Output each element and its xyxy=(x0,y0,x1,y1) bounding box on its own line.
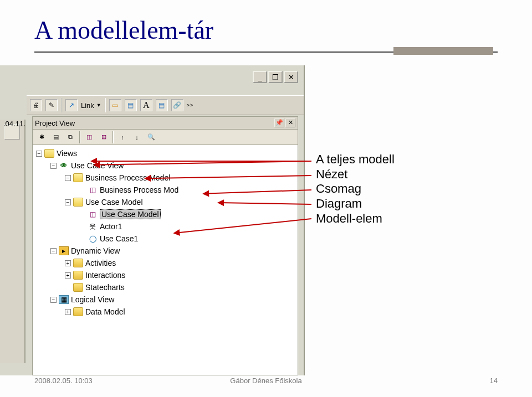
tree-node-activities[interactable]: + Activities xyxy=(33,257,298,269)
diagram-icon[interactable]: ◫ xyxy=(84,132,95,143)
collapse-icon[interactable]: − xyxy=(50,163,57,169)
restore-button[interactable]: ❐ xyxy=(268,71,283,83)
tree-node-bp-diagram[interactable]: ◫ Business Process Mod xyxy=(33,184,298,196)
link-tool-label[interactable]: Link xyxy=(81,101,94,110)
expand-icon[interactable]: + xyxy=(65,309,71,315)
panel-close-icon[interactable]: ✕ xyxy=(285,118,295,127)
main-toolbar: 🖨 ✎ ↗ Link ▼ ▭ ▤ A ▤ 🔗 >> xyxy=(27,95,304,115)
window-controls: _ ❐ ✕ xyxy=(253,71,298,83)
tree-node-uc-diagram[interactable]: ◫ Use Case Model xyxy=(33,208,298,220)
node-label: Interactions xyxy=(85,271,125,280)
project-view-panel: Project View 📌 ✕ ✱ ▤ ⧉ ◫ ⊞ ↑ ↓ 🔍 − Views xyxy=(32,116,298,375)
collapse-icon[interactable]: − xyxy=(65,175,71,181)
tool-icon[interactable]: ✎ xyxy=(45,99,58,111)
annotation-nezet: Nézet xyxy=(316,167,347,182)
collapse-icon[interactable]: − xyxy=(50,297,57,303)
footer-page-number: 14 xyxy=(490,377,498,385)
date-fragment: .04.11. xyxy=(3,120,25,128)
expand-icon[interactable]: + xyxy=(65,272,71,279)
dropdown-icon[interactable]: ▼ xyxy=(96,102,101,108)
actor-icon: 웃 xyxy=(88,222,98,231)
node-label: Activities xyxy=(85,259,116,267)
separator xyxy=(112,131,114,143)
footer-organization: Gábor Dénes Főiskola xyxy=(230,377,301,385)
slide-title: A modellelem-tár xyxy=(0,0,532,45)
separator xyxy=(79,131,80,143)
vertical-toolbar xyxy=(0,120,25,363)
usecase-icon: ◯ xyxy=(88,234,98,243)
tree-node-usecase1[interactable]: ◯ Use Case1 xyxy=(33,233,298,245)
tree-node-views[interactable]: − Views xyxy=(33,147,298,159)
search-icon[interactable]: 🔍 xyxy=(146,132,157,143)
tree-node-statecharts[interactable]: Statecharts xyxy=(33,281,298,293)
doc-icon[interactable]: ▤ xyxy=(156,99,168,111)
folder-open-icon xyxy=(73,198,83,207)
link-icon[interactable]: 🔗 xyxy=(171,99,183,111)
collapse-icon[interactable]: − xyxy=(65,199,71,205)
tree-node-uc-model[interactable]: − Use Case Model xyxy=(33,196,298,208)
annotation-teljes-modell: A teljes modell xyxy=(316,152,395,167)
folder-icon xyxy=(73,271,83,280)
copy-icon[interactable]: ⧉ xyxy=(65,132,76,143)
node-label: Statecharts xyxy=(85,283,125,292)
annotation-modell-elem: Modell-elem xyxy=(316,212,382,226)
collapse-icon[interactable]: − xyxy=(50,248,57,254)
note-icon[interactable]: ▭ xyxy=(109,99,121,111)
text-icon[interactable]: ▤ xyxy=(125,99,137,111)
separator xyxy=(105,98,106,112)
node-label: Data Model xyxy=(85,307,125,316)
diagram-icon: ◫ xyxy=(88,210,98,219)
decorative-bar xyxy=(393,47,493,55)
separator xyxy=(61,98,62,112)
pin-icon[interactable]: 📌 xyxy=(274,118,284,127)
footer-datetime: 2008.02.05. 10:03 xyxy=(34,377,93,385)
minimize-button[interactable]: _ xyxy=(253,71,267,83)
node-label: Business Process Mod xyxy=(100,185,178,194)
diagram2-icon[interactable]: ⊞ xyxy=(98,132,109,143)
tree-node-dynamic-view[interactable]: − ▸ Dynamic View xyxy=(33,245,298,257)
tree-node-actor1[interactable]: 웃 Actor1 xyxy=(33,220,298,233)
text-a-icon[interactable]: A xyxy=(140,99,152,111)
nav-up-icon[interactable]: ↑ xyxy=(117,132,128,143)
node-label: Logical View xyxy=(71,295,114,304)
folder-open-icon xyxy=(73,173,83,182)
view-icon: 👁 xyxy=(59,161,69,170)
embedded-screenshot: _ ❐ ✕ 🖨 ✎ ↗ Link ▼ ▭ ▤ A ▤ 🔗 >> .04.11. … xyxy=(0,65,305,375)
overflow-icon[interactable]: >> xyxy=(187,102,194,108)
node-label: Actor1 xyxy=(100,222,122,231)
annotation-csomag: Csomag xyxy=(316,182,361,196)
folder-icon xyxy=(73,307,83,316)
nav-down-icon[interactable]: ↓ xyxy=(131,132,142,143)
print-icon[interactable]: 🖨 xyxy=(30,99,42,111)
collapse-icon[interactable]: − xyxy=(36,151,42,157)
diagram-icon: ◫ xyxy=(88,185,98,194)
dynamic-view-icon: ▸ xyxy=(59,246,69,255)
node-label: Views xyxy=(57,149,77,158)
panel-toolbar: ✱ ▤ ⧉ ◫ ⊞ ↑ ↓ 🔍 xyxy=(32,130,298,145)
tree-view[interactable]: − Views − 👁 Use Case View − Business Pro… xyxy=(32,145,298,375)
node-label: Use Case Model xyxy=(85,198,143,207)
arrow-icon[interactable]: ↗ xyxy=(65,99,78,111)
node-label: Dynamic View xyxy=(71,246,120,255)
node-label: Use Case1 xyxy=(100,234,138,243)
panel-title: Project View xyxy=(35,119,75,127)
tree-node-data-model[interactable]: + Data Model xyxy=(33,306,298,318)
folder-open-icon xyxy=(44,149,54,158)
panel-titlebar: Project View 📌 ✕ xyxy=(32,116,298,130)
doc-icon[interactable]: ▤ xyxy=(50,132,62,143)
new-icon[interactable]: ✱ xyxy=(36,132,47,143)
logical-view-icon: ▦ xyxy=(59,295,69,304)
slide-footer: 2008.02.05. 10:03 Gábor Dénes Főiskola 1… xyxy=(34,377,498,385)
close-button[interactable]: ✕ xyxy=(284,71,298,83)
annotation-diagram: Diagram xyxy=(316,197,362,211)
node-label: Use Case Model xyxy=(100,209,161,219)
folder-icon xyxy=(73,259,83,267)
expand-icon[interactable]: + xyxy=(65,260,71,266)
tree-node-interactions[interactable]: + Interactions xyxy=(33,269,298,281)
tree-node-logical-view[interactable]: − ▦ Logical View xyxy=(33,293,298,306)
folder-icon xyxy=(73,283,83,292)
